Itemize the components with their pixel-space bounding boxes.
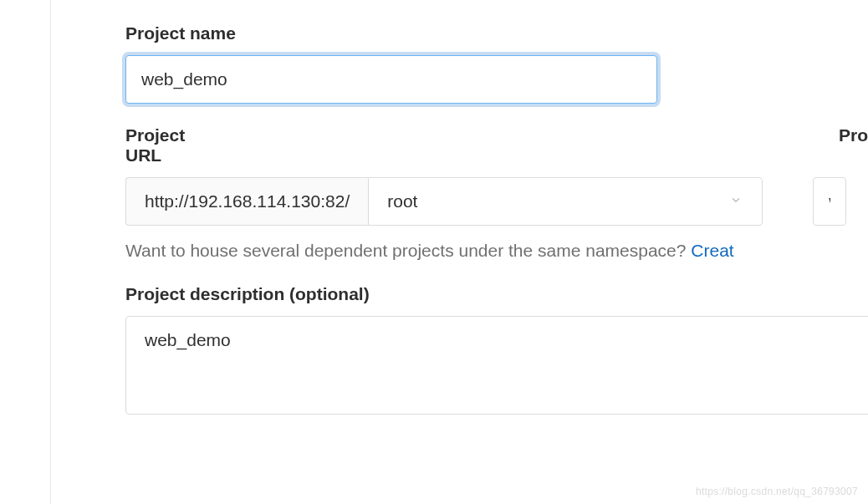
project-slug-input[interactable] [813, 177, 846, 226]
url-input-group: http://192.168.114.130:82/ root [125, 177, 763, 226]
namespace-value: root [387, 191, 417, 211]
project-description-label: Project description (optional) [125, 264, 868, 304]
project-name-input[interactable] [125, 55, 657, 104]
namespace-hint-text: Want to house several dependent projects… [125, 241, 691, 260]
chevron-down-icon [728, 191, 743, 211]
project-url-group: Project URL Pro http://192.168.114.130:8… [125, 120, 868, 264]
project-url-label: Project URL [125, 120, 193, 165]
url-base-prefix: http://192.168.114.130:82/ [125, 177, 368, 226]
project-slug-label: Pro [839, 120, 868, 165]
watermark-text: https://blog.csdn.net/qq_36793007 [696, 486, 858, 497]
namespace-select[interactable]: root [368, 177, 763, 226]
project-description-group: Project description (optional) [125, 264, 868, 418]
create-group-link[interactable]: Creat [691, 241, 733, 260]
project-name-label: Project name [125, 0, 868, 43]
project-slug-group [813, 177, 846, 226]
project-name-group: Project name [125, 0, 868, 104]
project-description-input[interactable] [125, 316, 868, 415]
namespace-hint: Want to house several dependent projects… [125, 237, 868, 264]
